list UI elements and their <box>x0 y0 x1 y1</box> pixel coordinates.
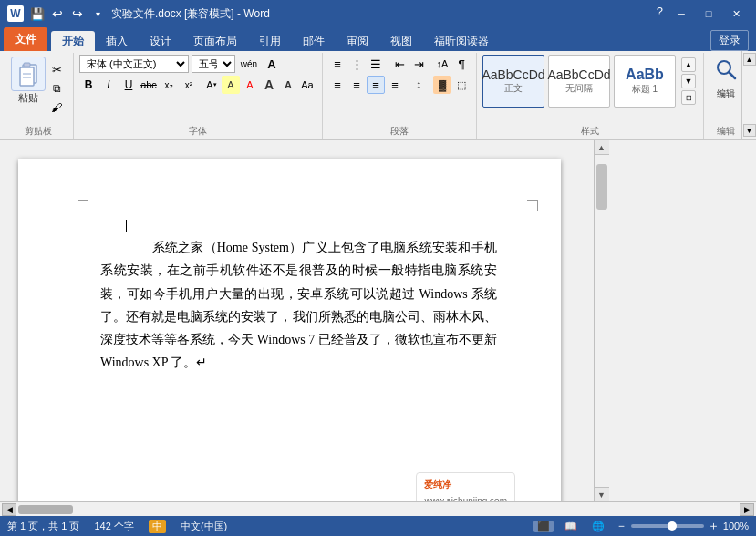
decrease-indent-button[interactable]: ⇤ <box>390 55 409 73</box>
tab-file[interactable]: 文件 <box>4 27 47 51</box>
lang-icon: 中 <box>149 520 166 533</box>
font-color-button[interactable]: A <box>241 76 259 94</box>
scroll-thumb[interactable] <box>596 164 607 210</box>
align-left-button[interactable]: ≡ <box>328 76 347 94</box>
para-group-content: ≡ ⋮ ☰ ⇤ ⇥ ↕A ¶ ≡ ≡ ≡ ≡ ↕ <box>328 55 471 94</box>
tab-insert[interactable]: 插入 <box>95 31 139 51</box>
document-area: 系统之家（Home System）广义上包含了电脑系统安装和手机系统安装，在之前… <box>0 140 756 501</box>
styles-scroll-down[interactable]: ▼ <box>681 74 696 88</box>
shading-button[interactable]: ▓ <box>433 76 451 94</box>
show-formatting-button[interactable]: ¶ <box>452 55 471 73</box>
read-mode-button[interactable]: 📖 <box>561 521 581 532</box>
web-layout-button[interactable]: 🌐 <box>588 521 608 532</box>
bold-button[interactable]: B <box>79 76 98 94</box>
increase-indent-button[interactable]: ⇥ <box>409 55 428 73</box>
clear-format-button[interactable]: Aa <box>298 76 316 94</box>
status-right: ⬛ 📖 🌐 － ＋ 100% <box>533 518 749 534</box>
tab-mailings[interactable]: 邮件 <box>292 31 336 51</box>
font-size-select[interactable]: 五号 <box>192 55 235 73</box>
superscript-button[interactable]: x² <box>180 76 198 94</box>
numbering-button[interactable]: ⋮ <box>347 55 366 73</box>
style-heading1[interactable]: AaBb 标题 1 <box>614 55 676 108</box>
strikethrough-button[interactable]: abc <box>140 76 158 94</box>
qa-more-icon[interactable]: ▾ <box>89 5 106 22</box>
svg-line-6 <box>729 72 735 78</box>
tab-foxit[interactable]: 福昕阅读器 <box>423 31 500 51</box>
cut-button[interactable]: ✂ <box>47 60 66 78</box>
window-controls: ? ─ □ ✕ <box>657 5 749 23</box>
bullets-button[interactable]: ≡ <box>328 55 347 73</box>
zoom-slider[interactable] <box>631 524 704 528</box>
find-button[interactable]: 编辑 <box>709 55 742 102</box>
font-row1: 宋体 (中文正文) 五号 wén A <box>79 55 316 73</box>
shrink-font-button[interactable]: A <box>279 76 297 94</box>
underline-button[interactable]: U <box>119 76 138 94</box>
document-scroll[interactable]: 系统之家（Home System）广义上包含了电脑系统安装和手机系统安装，在之前… <box>0 140 594 501</box>
text-cursor <box>126 220 127 232</box>
scroll-up-button[interactable]: ▲ <box>595 140 609 155</box>
scroll-down-button[interactable]: ▼ <box>595 487 609 501</box>
tab-references[interactable]: 引用 <box>248 31 292 51</box>
watermark-line1: 爱纯净 <box>424 477 507 493</box>
ribbon-tabs: 文件 开始 插入 设计 页面布局 引用 邮件 审阅 视图 福昕阅读器 登录 <box>0 27 756 51</box>
font-size-field[interactable]: wén <box>238 55 260 73</box>
scroll-track[interactable] <box>595 155 609 487</box>
paragraph-label: 段落 <box>390 125 409 138</box>
zoom-in-button[interactable]: ＋ <box>708 518 720 534</box>
svg-rect-1 <box>20 67 34 86</box>
style-normal-label: 正文 <box>504 82 523 95</box>
zoom-thumb[interactable] <box>668 521 677 531</box>
word-count: 142 个字 <box>94 520 133 533</box>
styles-more[interactable]: ⊞ <box>681 90 696 105</box>
vertical-scrollbar: ▲ ▼ <box>594 140 608 501</box>
paste-icon <box>11 57 46 91</box>
ribbon-scroll-up[interactable]: ▲ <box>743 53 756 66</box>
minimize-button[interactable]: ─ <box>668 5 694 23</box>
copy-button[interactable]: ⧉ <box>47 79 66 98</box>
tab-page-layout[interactable]: 页面布局 <box>182 31 248 51</box>
italic-button[interactable]: I <box>99 76 118 94</box>
find-icon <box>713 57 739 88</box>
borders-button[interactable]: ⬚ <box>452 76 471 94</box>
tab-view[interactable]: 视图 <box>379 31 423 51</box>
tab-design[interactable]: 设计 <box>139 31 182 51</box>
justify-button[interactable]: ≡ <box>386 76 404 94</box>
para-row2: ≡ ≡ ≡ ≡ ↕ ▓ ⬚ <box>328 76 471 94</box>
line-spacing-button[interactable]: ↕ <box>409 76 428 94</box>
font-name-select[interactable]: 宋体 (中文正文) <box>79 55 189 73</box>
help-icon[interactable]: ? <box>657 5 663 23</box>
tab-review[interactable]: 审阅 <box>336 31 379 51</box>
sort-button[interactable]: ↕A <box>433 55 451 73</box>
highlight-button[interactable]: A <box>222 76 240 94</box>
align-center-button[interactable]: ≡ <box>347 76 366 94</box>
font-all-caps[interactable]: A <box>263 55 281 73</box>
style-no-spacing[interactable]: AaBbCcDd 无间隔 <box>548 55 610 108</box>
redo-icon[interactable]: ↪ <box>69 5 86 22</box>
close-button[interactable]: ✕ <box>723 5 749 23</box>
restore-button[interactable]: □ <box>696 5 721 23</box>
scroll-right-button[interactable]: ▶ <box>740 503 754 516</box>
subscript-button[interactable]: x₂ <box>160 76 178 94</box>
undo-icon[interactable]: ↩ <box>49 5 66 22</box>
save-icon[interactable]: 💾 <box>29 5 46 22</box>
zoom-out-button[interactable]: － <box>616 518 627 534</box>
svg-rect-2 <box>24 63 30 67</box>
text-effect-button[interactable]: A▾ <box>202 76 221 94</box>
align-right-button[interactable]: ≡ <box>367 76 385 94</box>
title-bar: W 💾 ↩ ↪ ▾ 实验文件.docx [兼容模式] - Word ? ─ □ … <box>0 0 756 27</box>
grow-font-button[interactable]: A <box>260 76 278 94</box>
scroll-left-button[interactable]: ◀ <box>2 503 16 516</box>
ribbon: 粘贴 ✂ ⧉ 🖌 剪贴板 宋体 (中文正文) <box>0 51 756 140</box>
tab-home[interactable]: 开始 <box>51 31 95 51</box>
print-layout-button[interactable]: ⬛ <box>533 521 554 532</box>
multilevel-list-button[interactable]: ☰ <box>367 55 385 73</box>
paste-button[interactable]: 粘贴 <box>11 57 46 105</box>
ribbon-scroll: ▲ ▼ <box>741 51 756 139</box>
styles-scroll-up[interactable]: ▲ <box>681 57 696 72</box>
login-button[interactable]: 登录 <box>710 30 749 51</box>
format-painter-button[interactable]: 🖌 <box>47 98 66 117</box>
document-paragraph-main[interactable]: 系统之家（Home System）广义上包含了电脑系统安装和手机系统安装，在之前… <box>100 236 497 374</box>
style-normal[interactable]: AaBbCcDd 正文 <box>482 55 544 108</box>
ribbon-scroll-down[interactable]: ▼ <box>743 124 756 137</box>
h-scroll-thumb[interactable] <box>18 505 73 514</box>
